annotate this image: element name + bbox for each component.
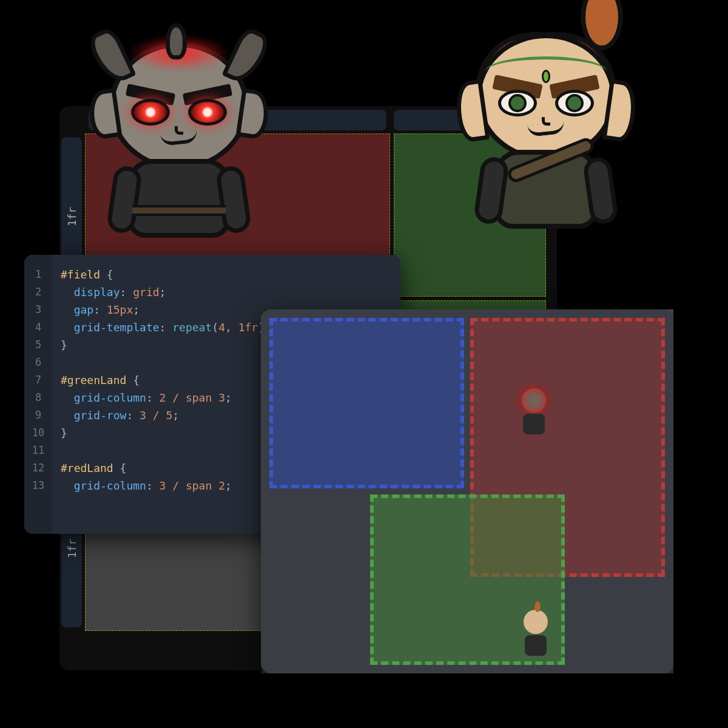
line-number: 2 <box>24 283 52 301</box>
line-number: 10 <box>24 424 52 442</box>
ear-icon <box>453 79 490 143</box>
eye-icon <box>555 90 594 116</box>
line-number: 9 <box>24 406 52 424</box>
horn-icon <box>166 23 187 59</box>
line-gutter: 1 2 3 4 5 6 7 8 9 10 11 12 13 <box>24 255 52 534</box>
line-number: 12 <box>24 459 52 477</box>
elf-character <box>434 0 658 300</box>
line-number: 3 <box>24 301 52 318</box>
ear-icon <box>87 88 123 140</box>
line-number: 11 <box>24 442 52 459</box>
line-number: 8 <box>24 389 52 406</box>
gem-icon <box>542 70 550 83</box>
ear-icon <box>602 79 639 143</box>
line-number: 4 <box>24 318 52 336</box>
code-content[interactable]: #field { display: grid; gap: 15px; grid-… <box>61 266 271 494</box>
line-number: 1 <box>24 266 52 283</box>
ponytail-icon <box>581 0 623 50</box>
zone-blue <box>269 318 464 488</box>
demon-character <box>73 6 285 279</box>
line-number: 5 <box>24 336 52 354</box>
torso <box>494 150 598 229</box>
demon-sprite-small <box>516 388 552 437</box>
ear-icon <box>236 88 272 140</box>
line-number: 7 <box>24 371 52 389</box>
elf-sprite-small <box>519 610 552 655</box>
eye-icon <box>131 99 170 126</box>
torso <box>127 159 231 238</box>
line-number: 6 <box>24 354 52 371</box>
line-number: 13 <box>24 477 52 494</box>
eye-icon <box>498 90 537 116</box>
eye-icon <box>188 99 227 126</box>
game-preview-panel <box>261 309 673 673</box>
preview-grid <box>269 318 665 665</box>
